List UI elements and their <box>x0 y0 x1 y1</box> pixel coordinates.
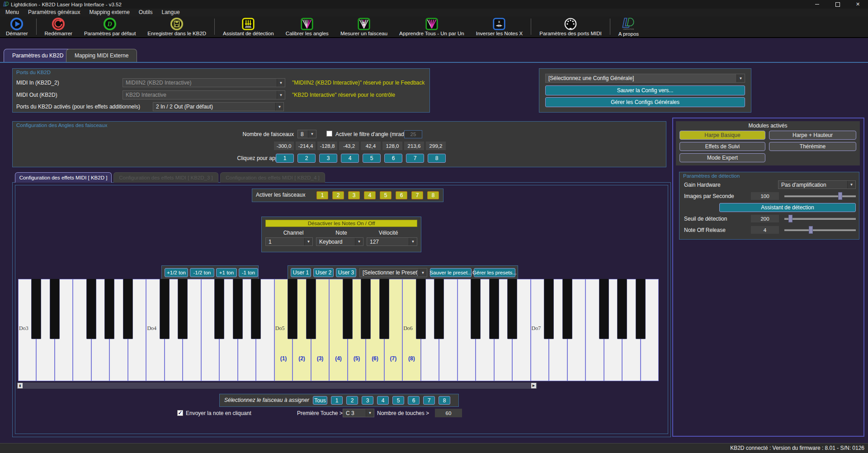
ports-enabled-select[interactable]: 2 In / 2 Out (Par défaut)▼ <box>153 102 284 111</box>
user-preset-button-2[interactable]: User 2 <box>313 268 334 277</box>
piano-black-key[interactable] <box>544 279 554 339</box>
preset-save-button[interactable]: Sauver le preset... <box>430 268 472 277</box>
piano-black-key[interactable] <box>617 279 627 339</box>
slider-thumb[interactable] <box>838 192 842 200</box>
learn-beam-button-2[interactable]: 2 <box>297 154 316 163</box>
channel-select[interactable]: 1▼ <box>265 237 313 246</box>
user-preset-button-1[interactable]: User 1 <box>291 268 311 277</box>
enable-beam-button-7[interactable]: 7 <box>411 191 423 199</box>
module-button-mode-expert[interactable]: Mode Expert <box>679 153 765 162</box>
effects-tab-1[interactable]: Configuration des effets MIDI [ KB2D ] <box>15 172 112 183</box>
piano-black-key[interactable] <box>86 279 96 339</box>
enable-beam-button-1[interactable]: 1 <box>316 191 328 199</box>
toolbar-button-6[interactable]: 1Mesurer un faisceau <box>335 16 393 37</box>
piano-black-key[interactable] <box>50 279 60 339</box>
enable-beam-button-8[interactable]: 8 <box>427 191 439 199</box>
enable-beam-button-6[interactable]: 6 <box>396 191 407 199</box>
scroll-left-button[interactable]: ▮ <box>18 383 23 388</box>
piano-black-key[interactable] <box>251 279 261 339</box>
piano-black-key[interactable] <box>31 279 41 339</box>
menu-item-3[interactable]: Outils <box>134 9 157 16</box>
enable-beam-button-4[interactable]: 4 <box>364 191 376 199</box>
scroll-right-button[interactable]: ▶ <box>531 383 536 388</box>
midi-in-select[interactable]: MIDIIN2 (KB2D Interactive)▼ <box>123 78 285 87</box>
piano-black-key[interactable] <box>343 279 353 339</box>
effects-tab-2[interactable]: Configuration des effets MIDI [ KB2D_3 ] <box>113 172 218 183</box>
toolbar-button-0[interactable]: Démarrer <box>0 16 34 37</box>
assign-beam-button-6[interactable]: 6 <box>408 396 420 405</box>
enable-beam-button-2[interactable]: 2 <box>332 191 344 199</box>
assign-beam-button-1[interactable]: 1 <box>331 396 343 405</box>
angle-filter-checkbox[interactable] <box>326 131 332 137</box>
fps-slider[interactable] <box>784 192 856 200</box>
piano-black-key[interactable] <box>306 279 316 339</box>
velocity-select[interactable]: 127▼ <box>367 237 417 246</box>
learn-beam-button-1[interactable]: 1 <box>276 154 294 163</box>
menu-item-1[interactable]: Paramètres généraux <box>24 9 85 16</box>
module-button-th-r-mine[interactable]: Thérémine <box>769 142 856 151</box>
piano-black-key[interactable] <box>434 279 444 339</box>
close-button[interactable]: ✕ <box>848 0 868 9</box>
piano-black-key[interactable] <box>160 279 170 339</box>
enable-beam-button-3[interactable]: 3 <box>348 191 360 199</box>
toolbar-button-10[interactable]: LIGHTDICTIONA propos <box>613 16 645 37</box>
general-config-select[interactable]: [Sélectionnez une Config Générale]▼ <box>545 74 745 83</box>
gain-select[interactable]: Pas d'amplification▼ <box>778 180 856 189</box>
assign-beam-button-3[interactable]: 3 <box>362 396 373 405</box>
assign-beam-button-tous[interactable]: Tous <box>313 396 327 405</box>
enable-beam-button-5[interactable]: 5 <box>380 191 392 199</box>
toolbar-button-3[interactable]: Enregistrer dans le KB2D <box>142 16 212 37</box>
piano-black-key[interactable] <box>507 279 517 339</box>
midi-out-select[interactable]: KB2D Interactive▼ <box>123 90 285 99</box>
piano-black-key[interactable] <box>361 279 371 339</box>
module-button-effets-de-suivi[interactable]: Effets de Suivi <box>679 142 765 151</box>
fps-value[interactable]: 100 <box>751 192 779 200</box>
menu-item-4[interactable]: Langue <box>157 9 184 16</box>
threshold-value[interactable]: 200 <box>751 215 779 222</box>
tab-mapping-midi-externe[interactable]: Mapping MIDI Externe <box>66 49 137 62</box>
tab-param-tres-du-kb2d[interactable]: Paramètres du KB2D <box>4 49 72 62</box>
preset-select[interactable]: [Selectionner le Preset]▼ <box>359 268 427 277</box>
minimize-button[interactable] <box>807 0 827 9</box>
piano-black-key[interactable] <box>214 279 224 339</box>
assign-beam-button-7[interactable]: 7 <box>423 396 435 405</box>
key-count-value[interactable]: 60 <box>435 409 462 417</box>
effects-tab-3[interactable]: Configuration des effets MIDI [ KB2D_4 ] <box>220 172 325 183</box>
assign-beam-button-5[interactable]: 5 <box>392 396 404 405</box>
transpose-button-2[interactable]: -1/2 ton <box>190 268 214 277</box>
piano-black-key[interactable] <box>562 279 572 339</box>
detection-assistant-button[interactable]: Assistant de détection <box>719 203 856 212</box>
transpose-button-3[interactable]: +1 ton <box>216 268 237 277</box>
notes-onoff-toggle-button[interactable]: Désactiver les Notes On / Off <box>265 220 417 227</box>
beam-count-select[interactable]: 8▼ <box>297 130 316 138</box>
note-select[interactable]: Keyboard▼ <box>316 237 363 246</box>
transpose-button-4[interactable]: -1 ton <box>239 268 258 277</box>
threshold-slider[interactable] <box>784 215 856 222</box>
menu-item-0[interactable]: Menu <box>1 9 24 16</box>
learn-beam-button-5[interactable]: 5 <box>363 154 381 163</box>
piano-black-key[interactable] <box>123 279 133 339</box>
toolbar-button-7[interactable]: Apprendre Tous - Un par Un <box>393 16 470 37</box>
angle-filter-value[interactable]: 25 <box>404 130 422 138</box>
module-button-harpe-hauteur[interactable]: Harpe + Hauteur <box>769 131 856 140</box>
transpose-button-1[interactable]: +1/2 ton <box>165 268 188 277</box>
piano-black-key[interactable] <box>636 279 646 339</box>
module-button-harpe-basique[interactable]: Harpe Basique <box>679 131 765 140</box>
toolbar-button-9[interactable]: Paramètres des ports MIDI <box>533 16 607 37</box>
piano-black-key[interactable] <box>233 279 243 339</box>
assign-beam-button-4[interactable]: 4 <box>377 396 389 405</box>
release-slider[interactable] <box>784 226 856 234</box>
piano-black-key[interactable] <box>489 279 499 339</box>
assign-beam-button-8[interactable]: 8 <box>439 396 450 405</box>
learn-beam-button-7[interactable]: 7 <box>406 154 424 163</box>
learn-beam-button-4[interactable]: 4 <box>341 154 359 163</box>
piano-black-key[interactable] <box>471 279 481 339</box>
user-preset-button-3[interactable]: User 3 <box>336 268 356 277</box>
release-value[interactable]: 4 <box>751 226 779 234</box>
menu-item-2[interactable]: Mapping externe <box>85 9 134 16</box>
maximize-button[interactable] <box>827 0 848 9</box>
learn-beam-button-3[interactable]: 3 <box>319 154 337 163</box>
slider-thumb[interactable] <box>788 215 793 222</box>
manage-configs-button[interactable]: Gérer les Configs Générales <box>545 97 745 107</box>
toolbar-button-2[interactable]: DParamètres par défaut <box>78 16 142 37</box>
